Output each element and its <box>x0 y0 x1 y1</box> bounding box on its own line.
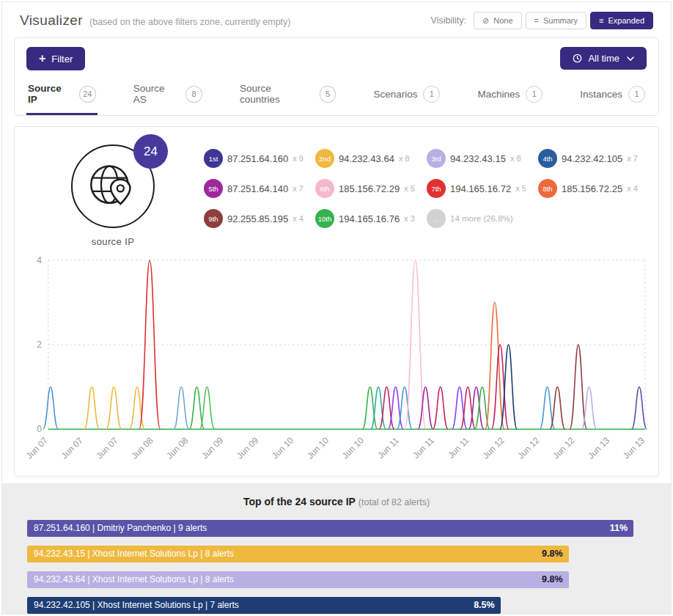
tab-label: Scenarios <box>373 89 417 100</box>
svg-text:Jun 09: Jun 09 <box>199 435 225 461</box>
svg-text:Jun 12: Jun 12 <box>515 435 541 461</box>
plus-icon: + <box>39 53 45 65</box>
tab-source-as[interactable]: Source AS8 <box>132 81 204 115</box>
page-title: Visualizer <box>20 12 83 29</box>
time-range-button[interactable]: All time <box>560 47 647 70</box>
legend-item[interactable]: 6th185.156.72.29x 5 <box>315 179 422 198</box>
legend-ip: 94.232.43.64 <box>339 153 394 164</box>
legend-times: x 5 <box>404 184 415 193</box>
svg-text:Jun 12: Jun 12 <box>480 435 506 461</box>
add-filter-button[interactable]: + Filter <box>26 47 85 70</box>
top-ip-bar[interactable]: 94.232.43.15 | Xhost Internet Solutions … <box>27 546 569 562</box>
page-subtitle: (based on the above filters zone, curren… <box>89 17 290 27</box>
svg-text:Jun 07: Jun 07 <box>59 435 85 461</box>
bar-label: 94.232.42.105 | Xhost Internet Solutions… <box>34 600 239 610</box>
chevron-down-icon <box>627 53 634 64</box>
summary-title: Top of the 24 source IP (total of 82 ale… <box>2 496 671 507</box>
top-ip-bar[interactable]: 94.232.42.105 | Xhost Internet Solutions… <box>27 597 501 614</box>
visibility-label: Visibility: <box>431 15 466 26</box>
svg-text:Jun 10: Jun 10 <box>340 435 366 461</box>
top-ip-bars: 87.251.64.160 | Dmitriy Panchenko | 9 al… <box>2 520 671 614</box>
time-range-label: All time <box>588 53 619 64</box>
svg-text:Jun 13: Jun 13 <box>621 435 647 461</box>
tab-instances[interactable]: Instances1 <box>578 81 647 115</box>
legend-item[interactable]: 8th185.156.72.25x 4 <box>538 179 645 198</box>
rank-badge: 1st <box>204 149 223 168</box>
legend-times: x 4 <box>627 184 638 193</box>
rank-badge: 9th <box>204 209 223 228</box>
legend-times: x 8 <box>399 154 410 163</box>
legend-item[interactable]: 9th92.255.85.195x 4 <box>204 209 311 228</box>
svg-text:Jun 10: Jun 10 <box>270 435 295 461</box>
top-ip-bar[interactable]: 87.251.64.160 | Dmitriy Panchenko | 9 al… <box>27 520 633 537</box>
alerts-timeline-chart-zone: 024Jun 07Jun 07Jun 07Jun 08Jun 08Jun 09J… <box>22 253 651 473</box>
legend-item[interactable]: 5th87.251.64.140x 7 <box>204 179 311 198</box>
rank-badge: 2nd <box>315 149 334 168</box>
visualizer-header: Visualizer (based on the above filters z… <box>2 2 671 36</box>
bar-label: 87.251.64.160 | Dmitriy Panchenko | 9 al… <box>34 523 207 533</box>
legend-item[interactable]: 2nd94.232.43.64x 8 <box>315 149 422 168</box>
svg-text:Jun 09: Jun 09 <box>235 435 260 461</box>
alerts-timeline-chart: 024Jun 07Jun 07Jun 07Jun 08Jun 08Jun 09J… <box>22 253 651 470</box>
visualizer-panel: Visualizer (based on the above filters z… <box>1 1 672 615</box>
bar-percent: 9.8% <box>542 574 563 584</box>
globe-wrap: 24 <box>71 144 155 228</box>
svg-text:Jun 11: Jun 11 <box>411 435 436 461</box>
legend-times: x 4 <box>293 214 304 223</box>
legend-ip: 92.255.85.195 <box>227 213 288 224</box>
icon-caption: source IP <box>92 236 135 247</box>
clock-icon <box>573 54 582 63</box>
legend-item[interactable]: 3rd94.232.43.15x 8 <box>427 149 534 168</box>
top-ip-bar[interactable]: 94.232.43.64 | Xhost Internet Solutions … <box>27 571 569 588</box>
legend-item[interactable]: 4th94.232.42.105x 7 <box>538 149 645 168</box>
tab-source-countries[interactable]: Source countries5 <box>238 81 337 115</box>
svg-text:2: 2 <box>37 340 42 350</box>
tab-machines[interactable]: Machines1 <box>476 81 544 115</box>
summary-section: Top of the 24 source IP (total of 82 ale… <box>2 483 671 615</box>
legend-ip: 194.165.16.72 <box>450 183 511 194</box>
visibility-none-button[interactable]: ⊘None <box>474 12 522 29</box>
legend-ip: 194.165.16.76 <box>339 213 400 224</box>
visibility-expanded-button[interactable]: ≡Expanded <box>590 12 653 29</box>
visibility-summary-button[interactable]: =Summary <box>526 12 587 29</box>
svg-text:Jun 07: Jun 07 <box>95 435 120 461</box>
rank-badge: ... <box>427 209 446 228</box>
svg-text:Jun 08: Jun 08 <box>129 435 155 461</box>
legend-ip: 185.156.72.25 <box>562 183 622 194</box>
bar-label: 94.232.43.15 | Xhost Internet Solutions … <box>34 549 234 559</box>
tab-label: Source AS <box>133 83 180 105</box>
legend-item[interactable]: 10th194.165.16.76x 3 <box>315 209 422 228</box>
visibility-control: Visibility: ⊘None=Summary≡Expanded <box>431 12 653 29</box>
rank-badge: 5th <box>204 179 223 198</box>
legend-item[interactable]: 7th194.165.16.72x 5 <box>427 179 534 198</box>
legend-ip: 87.251.64.140 <box>227 183 288 194</box>
legend-times: x 7 <box>627 154 638 163</box>
tab-count-badge: 8 <box>185 86 202 103</box>
bar-percent: 8.5% <box>474 600 495 610</box>
legend-item[interactable]: ...14 more (26.8%) <box>427 209 534 228</box>
tab-scenarios[interactable]: Scenarios1 <box>372 81 441 115</box>
visibility-option-label: Summary <box>543 16 578 25</box>
tab-count-badge: 5 <box>320 86 336 103</box>
legend-times: x 3 <box>404 214 415 223</box>
bar-label: 94.232.43.64 | Xhost Internet Solutions … <box>34 574 234 584</box>
legend-ip: 14 more (26.8%) <box>450 214 513 223</box>
rank-badge: 10th <box>315 209 334 228</box>
bar-percent: 9.8% <box>542 549 563 559</box>
legend-ip: 185.156.72.29 <box>339 183 400 194</box>
filters-panel: + Filter All time Source IP24Source AS8S… <box>14 37 659 116</box>
legend-times: x 8 <box>510 154 521 163</box>
rank-badge: 6th <box>315 179 334 198</box>
svg-text:Jun 12: Jun 12 <box>551 435 576 461</box>
source-ip-icon-block: 24 source IP <box>22 139 204 247</box>
tab-count-badge: 24 <box>79 86 96 103</box>
legend-item[interactable]: 1st87.251.64.160x 9 <box>204 149 311 168</box>
tab-label: Source IP <box>28 83 73 105</box>
visibility-option-label: None <box>493 16 512 25</box>
tab-count-badge: 1 <box>526 86 543 103</box>
tab-label: Instances <box>580 89 622 100</box>
tab-label: Source countries <box>240 83 314 105</box>
visibility-option-label: Expanded <box>608 16 644 25</box>
expanded-icon: ≡ <box>599 17 603 25</box>
tab-source-ip[interactable]: Source IP24 <box>26 81 98 115</box>
